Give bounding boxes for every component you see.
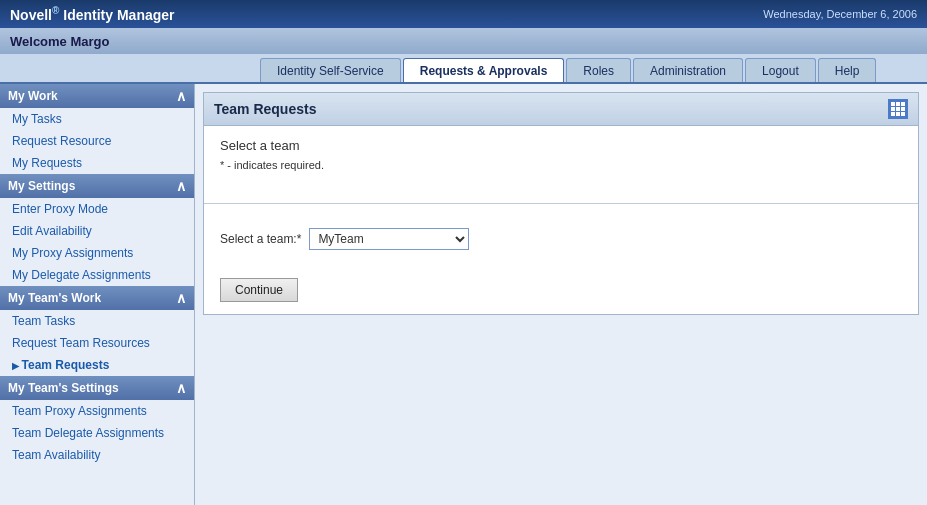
welcome-message: Welcome Margo	[10, 34, 109, 49]
icon-dot	[891, 107, 895, 111]
panel-header: Team Requests	[204, 93, 918, 126]
nav-tabs: Identity Self-Service Requests & Approva…	[0, 54, 927, 84]
sidebar-item-team-requests[interactable]: Team Requests	[0, 354, 194, 376]
section-my-teams-work[interactable]: My Team's Work ∧	[0, 286, 194, 310]
tab-identity-self-service[interactable]: Identity Self-Service	[260, 58, 401, 82]
section-my-settings[interactable]: My Settings ∧	[0, 174, 194, 198]
app-logo: Novell® Identity Manager	[10, 5, 175, 23]
section-my-settings-label: My Settings	[8, 179, 75, 193]
content-area: Team Requests Select a team * - indicate…	[195, 84, 927, 505]
icon-dot	[891, 112, 895, 116]
welcome-bar: Welcome Margo	[0, 28, 927, 54]
icon-dot	[896, 112, 900, 116]
required-note: * - indicates required.	[220, 159, 902, 171]
icon-dot	[901, 102, 905, 106]
sidebar-item-team-tasks[interactable]: Team Tasks	[0, 310, 194, 332]
team-select-row: Select a team:* MyTeam	[204, 220, 918, 258]
tab-logout[interactable]: Logout	[745, 58, 816, 82]
section-my-teams-settings[interactable]: My Team's Settings ∧	[0, 376, 194, 400]
team-select[interactable]: MyTeam	[309, 228, 469, 250]
team-requests-panel: Team Requests Select a team * - indicate…	[203, 92, 919, 315]
panel-body: Select a team * - indicates required.	[204, 126, 918, 195]
sidebar-item-my-proxy-assignments[interactable]: My Proxy Assignments	[0, 242, 194, 264]
collapse-my-work-icon: ∧	[176, 88, 186, 104]
section-my-teams-settings-label: My Team's Settings	[8, 381, 119, 395]
section-my-teams-work-label: My Team's Work	[8, 291, 101, 305]
sidebar-item-my-requests[interactable]: My Requests	[0, 152, 194, 174]
continue-button[interactable]: Continue	[220, 278, 298, 302]
tab-administration[interactable]: Administration	[633, 58, 743, 82]
header-date: Wednesday, December 6, 2006	[763, 8, 917, 20]
registered-mark: ®	[52, 5, 59, 16]
panel-icon	[888, 99, 908, 119]
section-my-work[interactable]: My Work ∧	[0, 84, 194, 108]
sidebar-item-request-resource[interactable]: Request Resource	[0, 130, 194, 152]
icon-dot	[891, 102, 895, 106]
icon-dot	[901, 107, 905, 111]
sidebar-item-team-delegate-assignments[interactable]: Team Delegate Assignments	[0, 422, 194, 444]
sidebar-item-team-availability[interactable]: Team Availability	[0, 444, 194, 466]
panel-title: Team Requests	[214, 101, 316, 117]
sidebar-item-team-proxy-assignments[interactable]: Team Proxy Assignments	[0, 400, 194, 422]
tab-requests-approvals[interactable]: Requests & Approvals	[403, 58, 565, 82]
main-layout: My Work ∧ My Tasks Request Resource My R…	[0, 84, 927, 505]
sidebar-item-my-delegate-assignments[interactable]: My Delegate Assignments	[0, 264, 194, 286]
icon-dot	[901, 112, 905, 116]
panel-subtitle: Select a team	[220, 138, 902, 153]
section-my-work-label: My Work	[8, 89, 58, 103]
icon-dot	[896, 102, 900, 106]
collapse-my-teams-work-icon: ∧	[176, 290, 186, 306]
app-header: Novell® Identity Manager Wednesday, Dece…	[0, 0, 927, 28]
collapse-my-settings-icon: ∧	[176, 178, 186, 194]
button-row: Continue	[204, 274, 918, 314]
sidebar-item-enter-proxy-mode[interactable]: Enter Proxy Mode	[0, 198, 194, 220]
team-select-label: Select a team:*	[220, 232, 301, 246]
sidebar: My Work ∧ My Tasks Request Resource My R…	[0, 84, 195, 505]
tab-roles[interactable]: Roles	[566, 58, 631, 82]
collapse-my-teams-settings-icon: ∧	[176, 380, 186, 396]
sidebar-item-request-team-resources[interactable]: Request Team Resources	[0, 332, 194, 354]
sidebar-item-edit-availability[interactable]: Edit Availability	[0, 220, 194, 242]
sidebar-item-my-tasks[interactable]: My Tasks	[0, 108, 194, 130]
panel-divider	[204, 203, 918, 204]
tab-help[interactable]: Help	[818, 58, 877, 82]
icon-dot	[896, 107, 900, 111]
